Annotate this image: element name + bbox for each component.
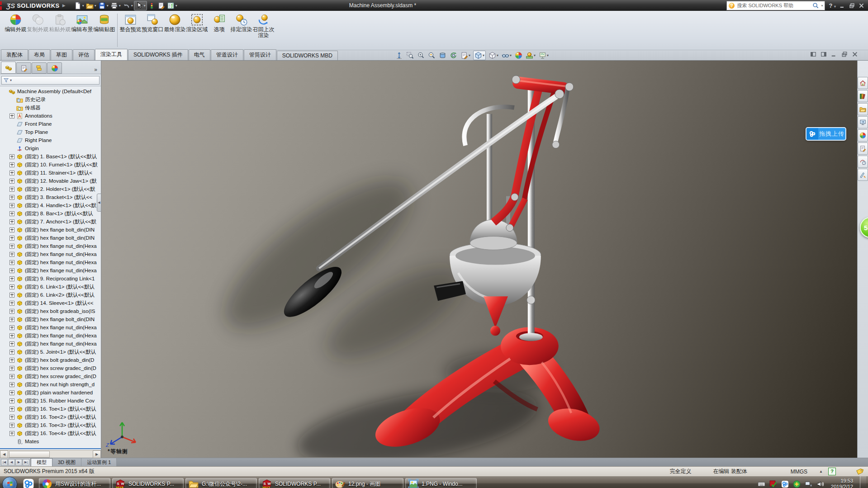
tree-item[interactable]: (固定) hex bolt gradeab_iso(IS (0, 307, 101, 315)
tree-item[interactable]: (固定) hex flange nut_din(Hexa (0, 340, 101, 348)
tag-icon[interactable] (856, 468, 863, 475)
expand-toggle-icon[interactable] (9, 366, 14, 371)
tree-item[interactable]: (固定) 1. Base<1> (默认<<默认 (0, 152, 101, 161)
expand-toggle-icon[interactable] (9, 398, 14, 403)
tree-item[interactable]: (固定) hex flange nut_din(Hexa (0, 323, 101, 332)
taskbar-paint-button[interactable]: 12.png - 画图 (332, 478, 403, 488)
split-pane-left-button[interactable] (810, 51, 816, 57)
dropdown-arrow-icon[interactable]: ▾ (510, 53, 512, 57)
tree-item[interactable]: Annotations (0, 112, 101, 120)
open-button[interactable]: ▾ (85, 1, 97, 10)
filter-funnel-icon[interactable] (3, 77, 9, 83)
expand-toggle-icon[interactable] (9, 301, 14, 306)
file-properties-button[interactable]: ▾ (157, 1, 166, 10)
tab-nav-icon[interactable]: ◀ (8, 459, 15, 466)
tree-item[interactable]: (固定) hex flange nut_din(Hexa (0, 250, 101, 258)
expand-toggle-icon[interactable] (9, 415, 14, 420)
expand-toggle-icon[interactable] (9, 187, 14, 192)
taskpane-forum-icon[interactable] (858, 156, 868, 168)
tab-feature-tree[interactable] (1, 62, 16, 74)
tab-piping[interactable]: 管道设计 (211, 49, 243, 60)
view-orientation-icon[interactable]: ▾ (473, 51, 486, 60)
expand-toggle-icon[interactable] (9, 309, 14, 314)
tree-item[interactable]: (固定) hex nut high strength_d (0, 380, 101, 389)
expand-toggle-icon[interactable] (9, 244, 14, 249)
start-button[interactable] (2, 477, 17, 488)
tree-item[interactable]: (固定) 9. Reciprocating Link<1 (0, 275, 101, 283)
dropdown-arrow-icon[interactable]: ▾ (469, 53, 470, 57)
search-icon[interactable] (812, 2, 819, 9)
taskpane-custom-properties-icon[interactable] (858, 142, 868, 155)
tree-item[interactable]: (固定) hex flange nut_din(Hexa (0, 258, 101, 266)
help-button[interactable]: ? ▾ (829, 2, 836, 9)
expand-toggle-icon[interactable] (9, 325, 14, 330)
expand-toggle-icon[interactable] (9, 382, 14, 387)
tree-item[interactable]: Right Plane (0, 136, 101, 144)
tree-item[interactable]: Mates (0, 437, 101, 445)
tree-item[interactable]: (固定) 14. Sleeve<1> (默认<< (0, 299, 101, 307)
tree-item[interactable]: (固定) 8. Bar<1> (默认<<默认 (0, 209, 101, 218)
tab-nav-icon[interactable]: ▶ (15, 459, 22, 466)
magnified-selection-icon[interactable]: ▾ (427, 51, 436, 60)
expand-toggle-icon[interactable] (9, 358, 14, 363)
tree-item[interactable]: (固定) plain washer hardened (0, 389, 101, 397)
dropdown-arrow-icon[interactable]: ▾ (547, 53, 549, 57)
tab-tubing[interactable]: 管筒设计 (244, 49, 276, 60)
tab-evaluate[interactable]: 评估 (73, 49, 95, 60)
expand-toggle-icon[interactable] (9, 341, 14, 346)
select-button[interactable]: ▾ (134, 1, 147, 10)
tree-item[interactable]: (固定) 11. Strainer<1> (默认< (0, 169, 101, 177)
restore-button[interactable] (849, 3, 855, 9)
doc-minimize-button[interactable] (831, 51, 837, 57)
tray-volume-icon[interactable] (816, 480, 824, 488)
tree-item[interactable]: (固定) 6. Link<2> (默认<<默认 (0, 291, 101, 299)
preview-window-button[interactable]: 预览窗口 (142, 13, 164, 33)
integrated-preview-button[interactable]: 整合预览 (119, 13, 142, 33)
graphics-viewport[interactable]: Z *等轴测 (101, 61, 857, 458)
taskpane-design-library-icon[interactable] (858, 90, 868, 102)
expand-toggle-icon[interactable] (9, 227, 14, 232)
tree-item[interactable]: Origin (0, 144, 101, 152)
show-desktop-button[interactable] (860, 476, 866, 488)
expand-toggle-icon[interactable] (9, 423, 14, 428)
tab-3d-views[interactable]: 3D 视图 (52, 458, 81, 466)
dropdown-arrow-icon[interactable]: ▾ (483, 53, 484, 57)
taskbar-solidworks-2015-button[interactable]: 2015 SOLIDWORKS P... (112, 478, 184, 488)
tree-item[interactable]: (固定) 16. Toe<1> (默认<<默认 (0, 405, 101, 413)
tree-item[interactable]: (固定) 16. Toe<2> (默认<<默认 (0, 413, 101, 421)
tree-item[interactable]: (固定) 2. Holder<1> (默认<<默 (0, 185, 101, 193)
search-dropdown-icon[interactable]: ▾ (821, 4, 823, 8)
filter-dropdown-icon[interactable]: ▾ (10, 78, 12, 82)
tree-item[interactable]: (固定) hex flange nut_din(Hexa (0, 242, 101, 250)
annotation-views-icon[interactable]: ▾ (460, 51, 471, 60)
undo-button[interactable]: ▾ (122, 1, 134, 10)
edit-appearance-button[interactable]: 编辑外观 (5, 13, 27, 33)
expand-toggle-icon[interactable] (9, 350, 14, 355)
expand-toggle-icon[interactable] (9, 114, 14, 118)
panel-collapse-grip[interactable]: ◀ (97, 194, 101, 212)
taskpane-file-explorer-icon[interactable] (858, 103, 868, 115)
rotate-view-icon[interactable]: ▾ (449, 51, 458, 60)
tree-item[interactable]: (固定) 12. Movable Jaw<1> (默 (0, 177, 101, 185)
expand-toggle-icon[interactable] (9, 211, 14, 216)
recall-last-render-button[interactable]: 召回上次渲染 (252, 13, 275, 38)
more-tabs-chevron[interactable]: » (94, 66, 100, 74)
baidu-upload-button[interactable]: 拖拽上传 (806, 127, 846, 141)
tab-sw-mbd[interactable]: SOLIDWORKS MBD (277, 51, 338, 60)
zoom-to-fit-icon[interactable]: ▾ (395, 51, 403, 60)
tree-item[interactable]: (固定) 10. Furnel<1> (默认<<默 (0, 161, 101, 169)
tree-item[interactable]: Top Plane (0, 128, 101, 136)
expand-toggle-icon[interactable] (9, 333, 14, 338)
taskbar-solidworks-2017-button[interactable]: 2017 SOLIDWORKS P... (259, 478, 330, 488)
tree-item[interactable]: (固定) 5. Joint<1> (默认<<默认 (0, 348, 101, 356)
tree-item[interactable]: (固定) 15. Rubber Handle Cov (0, 397, 101, 405)
taskpane-drawing-tools-icon[interactable] (858, 169, 868, 181)
tab-layout[interactable]: 布局 (28, 49, 50, 60)
taskpane-view-palette-icon[interactable] (858, 116, 868, 128)
hide-show-items-icon[interactable]: ▾ (501, 51, 512, 60)
search-input[interactable]: ? 搜索 SOLIDWORKS 帮助 ▾ (726, 1, 825, 10)
expand-toggle-icon[interactable] (9, 374, 14, 379)
taskbar-clock[interactable]: 19:53 2019/2/12 (831, 478, 853, 488)
display-style-icon[interactable]: ▾ (488, 51, 499, 60)
expand-toggle-icon[interactable] (9, 276, 14, 281)
